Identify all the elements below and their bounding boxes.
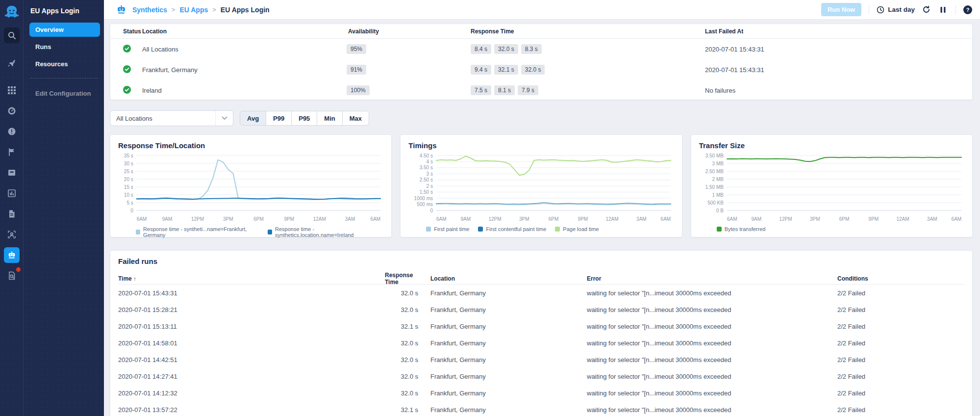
notification-badge	[16, 267, 21, 272]
reports-chart-icon[interactable]	[4, 185, 20, 201]
help-icon[interactable]: ?	[963, 5, 972, 14]
svg-text:25 s: 25 s	[124, 169, 133, 174]
failed-run-row[interactable]: 2020-07-01 15:13:11 32.1 s Frankfurt, Ge…	[118, 318, 964, 335]
checkly-logo-icon[interactable]	[3, 4, 20, 21]
failed-run-error: waiting for selector "[n...imeout 30000m…	[587, 306, 837, 313]
sidebar-item-edit-configuration[interactable]: Edit Configuration	[29, 86, 100, 101]
failed-run-time: 2020-07-01 14:27:41	[118, 373, 385, 380]
col-status: Status	[110, 28, 141, 35]
svg-text:2 MB: 2 MB	[712, 177, 724, 182]
status-table-row[interactable]: Ireland 100% 7.5 s8.1 s7.9 s No failures	[110, 80, 972, 101]
failed-run-row[interactable]: 2020-07-01 15:28:21 32.0 s Frankfurt, Ge…	[118, 301, 964, 318]
failed-runs-title: Failed runs	[118, 257, 964, 265]
svg-text:3AM: 3AM	[345, 216, 355, 222]
svg-text:6PM: 6PM	[839, 216, 849, 222]
failed-run-time: 2020-07-01 15:43:31	[118, 289, 385, 297]
legend-item: First contentful paint time	[478, 226, 546, 232]
metric-button-max[interactable]: Max	[343, 111, 369, 126]
search-icon[interactable]	[4, 27, 20, 43]
failed-run-response-time: 32.0 s	[385, 356, 427, 364]
audit-log-icon[interactable]	[4, 268, 20, 284]
svg-text:12PM: 12PM	[489, 216, 502, 222]
svg-text:500 KB: 500 KB	[707, 200, 724, 206]
timings-chart-card: Timings 0500 ms1000 ms1.50 s2 s2.50 s3 s…	[400, 134, 682, 237]
dashboard-gauge-icon[interactable]	[4, 103, 20, 119]
failed-runs-card: Failed runs Time ↑ Response Time Locatio…	[110, 250, 973, 416]
response-time-badge: 32.1 s	[494, 65, 518, 75]
response-time-badge: 8.1 s	[494, 85, 515, 95]
chart-title: Transfer Size	[699, 141, 964, 150]
time-range-picker[interactable]: Last day	[877, 6, 915, 14]
failed-run-row[interactable]: 2020-07-01 15:43:31 32.0 s Frankfurt, Ge…	[118, 285, 964, 301]
svg-text:6AM: 6AM	[371, 216, 381, 222]
breadcrumb-eu-apps[interactable]: EU Apps	[179, 6, 208, 14]
col-last-failed-at: Last Failed At	[704, 28, 972, 35]
location-select[interactable]: All Locations	[110, 110, 233, 126]
metric-button-p95[interactable]: P95	[292, 111, 317, 126]
refresh-icon[interactable]	[921, 4, 931, 15]
svg-text:3 s: 3 s	[427, 171, 433, 177]
svg-text:1.50 MB: 1.50 MB	[705, 184, 724, 190]
svg-text:500 ms: 500 ms	[417, 202, 433, 207]
status-ok-icon	[123, 86, 131, 95]
response-time-badge: 7.5 s	[471, 85, 491, 95]
response-time-badge: 32.0 s	[494, 44, 518, 54]
monitor-title: EU Apps Login	[29, 5, 100, 23]
response-time-badges: 7.5 s8.1 s7.9 s	[469, 85, 704, 95]
status-ok-icon	[123, 65, 131, 75]
sidebar-item-resources[interactable]: Resources	[29, 57, 100, 71]
failed-run-row[interactable]: 2020-07-01 14:58:01 32.0 s Frankfurt, Ge…	[118, 335, 964, 351]
svg-text:9AM: 9AM	[162, 216, 173, 222]
docs-icon[interactable]	[4, 206, 20, 222]
svg-text:3PM: 3PM	[223, 216, 233, 222]
topbar-divider	[869, 5, 869, 15]
run-now-button[interactable]: Run Now	[821, 3, 861, 16]
flags-icon[interactable]	[4, 144, 20, 160]
svg-text:3AM: 3AM	[636, 216, 647, 222]
svg-text:3.50 s: 3.50 s	[420, 165, 433, 170]
rocket-icon[interactable]	[4, 55, 20, 71]
svg-text:9AM: 9AM	[751, 216, 761, 222]
col-time-sortable[interactable]: Time ↑	[118, 275, 385, 282]
failed-run-row[interactable]: 2020-07-01 14:12:32 32.0 s Frankfurt, Ge…	[118, 385, 964, 401]
failed-run-error: waiting for selector "[n...imeout 30000m…	[587, 289, 837, 297]
svg-text:6AM: 6AM	[951, 216, 961, 222]
synthetics-robot-icon[interactable]	[4, 247, 20, 263]
failed-run-time: 2020-07-01 14:42:51	[118, 356, 385, 364]
failed-run-error: waiting for selector "[n...imeout 30000m…	[587, 323, 837, 330]
failed-run-location: Frankfurt, Germany	[427, 306, 587, 313]
monitor-sidebar: EU Apps Login Overview Runs Resources Ed…	[24, 0, 104, 416]
apps-grid-icon[interactable]	[4, 82, 20, 98]
failed-run-row[interactable]: 2020-07-01 14:42:51 32.0 s Frankfurt, Ge…	[118, 351, 964, 368]
alerts-icon[interactable]	[4, 124, 20, 139]
failed-run-location: Frankfurt, Germany	[427, 406, 587, 414]
svg-text:15 s: 15 s	[124, 184, 133, 190]
profile-scan-icon[interactable]	[4, 227, 20, 242]
failed-run-response-time: 32.0 s	[385, 339, 427, 347]
breadcrumb-synthetics[interactable]: Synthetics	[132, 6, 167, 14]
inbox-icon[interactable]	[4, 165, 20, 181]
svg-text:4 s: 4 s	[427, 159, 433, 164]
status-table-body: All Locations 95% 8.4 s32.0 s8.3 s 2020-…	[110, 39, 972, 101]
failed-runs-header: Time ↑ Response Time Location Error Cond…	[118, 272, 964, 285]
chart-legend: First paint timeFirst contentful paint t…	[426, 226, 674, 232]
status-table-row[interactable]: All Locations 95% 8.4 s32.0 s8.3 s 2020-…	[110, 39, 972, 59]
failed-run-row[interactable]: 2020-07-01 13:57:22 32.1 s Frankfurt, Ge…	[118, 401, 964, 416]
status-table-row[interactable]: Frankfurt, Germany 91% 9.4 s32.1 s32.0 s…	[110, 59, 972, 80]
svg-text:10 s: 10 s	[124, 192, 133, 198]
response-time-badge: 8.3 s	[521, 44, 542, 54]
response-time-badge: 7.9 s	[518, 85, 538, 95]
time-range-label: Last day	[888, 6, 915, 13]
sidebar-item-runs[interactable]: Runs	[29, 40, 100, 54]
failed-runs-body: 2020-07-01 15:43:31 32.0 s Frankfurt, Ge…	[118, 285, 964, 416]
metric-button-p99[interactable]: P99	[266, 111, 292, 126]
failed-run-row[interactable]: 2020-07-01 14:27:41 32.0 s Frankfurt, Ge…	[118, 368, 964, 385]
svg-text:12PM: 12PM	[191, 216, 204, 222]
sidebar-item-overview[interactable]: Overview	[29, 23, 100, 37]
metric-button-avg[interactable]: Avg	[240, 111, 266, 126]
metric-button-min[interactable]: Min	[317, 111, 342, 126]
availability-badge: 91%	[347, 65, 366, 75]
failed-run-time: 2020-07-01 13:57:22	[118, 406, 385, 414]
breadcrumb: Synthetics > EU Apps > EU Apps Login	[132, 6, 270, 14]
pause-icon[interactable]	[937, 4, 948, 15]
